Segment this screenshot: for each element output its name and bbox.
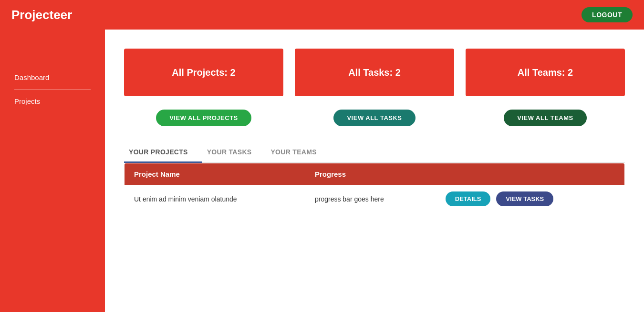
tab-your-projects[interactable]: YOUR PROJECTS (124, 143, 202, 163)
content-area: All Projects: 2 All Tasks: 2 All Teams: … (105, 30, 644, 312)
col-actions (436, 163, 625, 185)
all-projects-card: All Projects: 2 (124, 49, 283, 96)
project-name-cell: Ut enim ad minim veniam olatunde (125, 185, 305, 213)
progress-cell: progress bar goes here (305, 185, 436, 213)
view-all-projects-button[interactable]: VIEW ALL PROJECTS (156, 110, 251, 126)
app-title: Projecteer (11, 8, 72, 22)
table-row: Ut enim ad minim veniam olatunde progres… (125, 185, 625, 213)
logout-button[interactable]: LOGOUT (582, 7, 633, 22)
details-button[interactable]: DETAILS (446, 191, 491, 206)
tab-your-teams[interactable]: YOUR TEAMS (266, 143, 331, 163)
all-teams-label: All Teams: 2 (518, 67, 573, 78)
col-progress: Progress (305, 163, 436, 185)
sidebar: Dashboard Projects (0, 30, 105, 312)
tabs: YOUR PROJECTS YOUR TASKS YOUR TEAMS (124, 143, 625, 163)
sidebar-item-dashboard[interactable]: Dashboard (0, 68, 105, 87)
view-buttons-row: VIEW ALL PROJECTS VIEW ALL TASKS VIEW AL… (124, 110, 625, 126)
all-teams-card: All Teams: 2 (466, 49, 625, 96)
view-all-tasks-wrapper: VIEW ALL TASKS (295, 110, 454, 126)
col-project-name: Project Name (125, 163, 305, 185)
view-all-projects-wrapper: VIEW ALL PROJECTS (124, 110, 283, 126)
sidebar-divider (14, 89, 91, 90)
view-all-teams-button[interactable]: VIEW ALL TEAMS (504, 110, 587, 126)
all-tasks-card: All Tasks: 2 (295, 49, 454, 96)
sidebar-item-projects[interactable]: Projects (0, 91, 105, 111)
tab-your-tasks[interactable]: YOUR TASKS (202, 143, 266, 163)
view-all-tasks-button[interactable]: VIEW ALL TASKS (333, 110, 415, 126)
view-all-teams-wrapper: VIEW ALL TEAMS (466, 110, 625, 126)
all-tasks-label: All Tasks: 2 (348, 67, 401, 78)
summary-cards: All Projects: 2 All Tasks: 2 All Teams: … (124, 49, 625, 96)
view-tasks-button[interactable]: VIEW TASKS (496, 191, 553, 206)
main-layout: Dashboard Projects All Projects: 2 All T… (0, 30, 644, 312)
actions-cell: DETAILS VIEW TASKS (436, 185, 625, 213)
table-header-row: Project Name Progress (125, 163, 625, 185)
header: Projecteer LOGOUT (0, 0, 644, 30)
all-projects-label: All Projects: 2 (172, 67, 235, 78)
projects-table: Project Name Progress Ut enim ad minim v… (124, 163, 625, 213)
